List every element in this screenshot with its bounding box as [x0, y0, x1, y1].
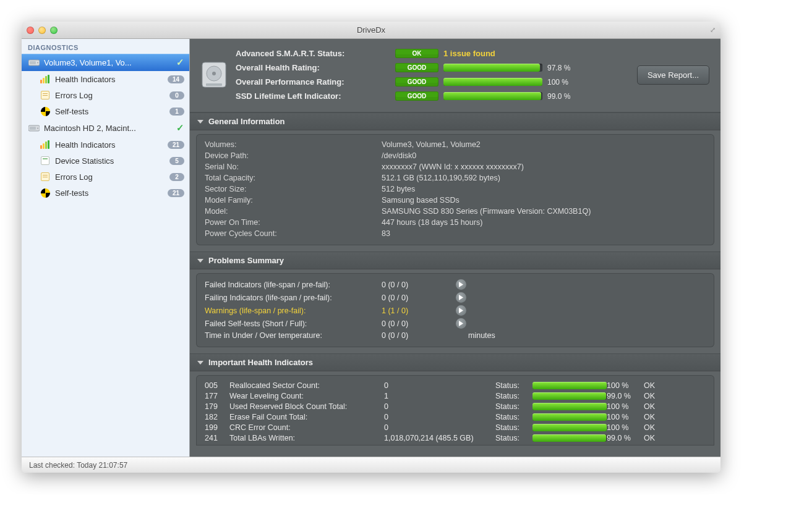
sidebar-item-health[interactable]: Health Indicators 21 [22, 137, 189, 153]
sidebar-item-errors[interactable]: Errors Log 0 [22, 87, 189, 103]
health-rating-label: Overall Health Rating: [236, 63, 390, 72]
status-pct: 99.0 % [607, 434, 644, 442]
save-report-button[interactable]: Save Report... [637, 65, 709, 85]
sidebar-item-label: Device Statistics [55, 156, 169, 166]
sidebar-item-label: Errors Log [55, 91, 169, 100]
summary-header: Advanced S.M.A.R.T. Status: OK 1 issue f… [190, 39, 720, 112]
bars-icon [39, 74, 51, 84]
kv-val: 512 bytes [382, 185, 706, 193]
kv-val: SAMSUNG SSD 830 Series (Firmware Version… [382, 207, 706, 216]
count-badge: 0 [169, 91, 184, 99]
status-label: Status: [495, 392, 532, 400]
chevron-down-icon [197, 259, 203, 263]
sidebar-header: DIAGNOSTICS [22, 39, 189, 54]
attr-id: 177 [205, 392, 229, 400]
status-ok: OK [644, 392, 669, 400]
attr-raw: 0 [384, 381, 495, 390]
drive-art-icon [201, 60, 227, 90]
attr-name: Total LBAs Written: [229, 434, 384, 442]
attr-id: 182 [205, 413, 229, 421]
attr-raw: 1 [384, 392, 495, 400]
section-health[interactable]: Important Health Indicators [190, 353, 720, 371]
chevron-down-icon [197, 120, 203, 124]
detail-arrow-icon[interactable] [456, 305, 466, 316]
perf-rating-pct: 100 % [547, 78, 584, 87]
svg-point-5 [37, 128, 38, 129]
sidebar-item-label: Health Indicators [55, 140, 168, 150]
attr-id: 241 [205, 434, 229, 442]
sidebar-item-health[interactable]: Health Indicators 14 [22, 71, 189, 87]
kv-key: Model Family: [205, 196, 382, 205]
window-title: DriveDx [22, 25, 720, 35]
attr-name: Reallocated Sector Count: [229, 381, 384, 390]
status-pct: 100 % [607, 423, 644, 432]
sidebar-item-errors[interactable]: Errors Log 2 [22, 169, 189, 185]
problems-panel: Failed Indicators (life-span / pre-fail)… [196, 273, 714, 347]
prob-val: 0 (0 / 0) [382, 281, 450, 289]
check-icon: ✓ [176, 122, 184, 133]
prob-key: Warnings (life-span / pre-fail): [205, 306, 382, 315]
sidebar-item-selftests[interactable]: Self-tests 21 [22, 185, 189, 201]
sidebar-item-drive1[interactable]: Volume3, Volume1, Vo... ✓ [22, 54, 189, 71]
detail-arrow-icon[interactable] [456, 292, 466, 303]
kv-key: Power On Time: [205, 218, 382, 227]
ssd-life-pill: GOOD [395, 91, 438, 101]
health-row: 005 Reallocated Sector Count: 0 Status: … [205, 380, 706, 391]
status-ok: OK [644, 434, 669, 442]
prob-val: 0 (0 / 0) [382, 331, 450, 340]
check-icon: ✓ [176, 57, 184, 68]
perf-rating-label: Overall Performance Rating: [236, 77, 390, 87]
status-label: Status: [495, 434, 532, 442]
sidebar-item-selftests[interactable]: Self-tests 1 [22, 103, 189, 119]
prob-key: Time in Under / Over temperature: [205, 331, 382, 340]
prob-val: 0 (0 / 0) [382, 319, 450, 328]
count-badge: 5 [169, 157, 184, 165]
chevron-down-icon [197, 361, 203, 365]
sidebar-item-stats[interactable]: Device Statistics 5 [22, 153, 189, 169]
prob-key: Failed Self-tests (Short / Full): [205, 319, 382, 328]
sidebar-item-drive2[interactable]: Macintosh HD 2, Macint... ✓ [22, 119, 189, 137]
log-icon [39, 172, 51, 182]
health-panel: 005 Reallocated Sector Count: 0 Status: … [196, 375, 714, 445]
status-label: Status: [495, 381, 532, 390]
drive-icon [28, 57, 40, 67]
ssd-life-pct: 99.0 % [547, 92, 584, 101]
kv-key: Total Capacity: [205, 174, 382, 182]
prob-unit: minutes [468, 331, 706, 340]
svg-point-2 [37, 62, 38, 64]
health-row: 177 Wear Leveling Count: 1 Status: 99.0 … [205, 391, 706, 401]
detail-arrow-icon[interactable] [456, 318, 466, 329]
prob-val: 1 (1 / 0) [382, 306, 450, 315]
issue-found: 1 issue found [443, 49, 542, 58]
section-general[interactable]: General Information [190, 112, 720, 130]
detail-arrow-icon[interactable] [456, 279, 466, 290]
status-ok: OK [644, 402, 669, 411]
health-row: 199 CRC Error Count: 0 Status: 100 % OK [205, 422, 706, 433]
svg-rect-1 [30, 61, 36, 64]
log-icon [39, 90, 51, 100]
status-bar [532, 382, 607, 389]
health-row: 241 Total LBAs Written: 1,018,070,214 (4… [205, 433, 706, 443]
kv-val: 512.1 GB (512,110,190,592 bytes) [382, 174, 706, 182]
status-ok: OK [644, 423, 669, 432]
count-badge: 21 [168, 189, 184, 197]
attr-raw: 0 [384, 413, 495, 421]
app-window: DriveDx ⤢ DIAGNOSTICS Volume3, Volume1, … [22, 22, 720, 473]
attr-id: 179 [205, 402, 229, 411]
selftest-icon [39, 188, 51, 198]
health-rating-bar [443, 64, 542, 72]
kv-key: Device Path: [205, 151, 382, 160]
status-pct: 99.0 % [607, 392, 644, 400]
status-pct: 100 % [607, 381, 644, 390]
status-pct: 100 % [607, 413, 644, 421]
statusbar: Last checked: Today 21:07:57 [22, 457, 720, 473]
status-bar [532, 403, 607, 410]
sidebar-item-label: Self-tests [55, 188, 168, 198]
attr-name: Erase Fail Count Total: [229, 413, 384, 421]
prob-val: 0 (0 / 0) [382, 293, 450, 302]
section-problems[interactable]: Problems Summary [190, 251, 720, 269]
titlebar[interactable]: DriveDx ⤢ [22, 22, 720, 39]
count-badge: 1 [169, 108, 184, 116]
kv-val: 447 hours (18 days 15 hours) [382, 218, 706, 227]
status-pct: 100 % [607, 402, 644, 411]
